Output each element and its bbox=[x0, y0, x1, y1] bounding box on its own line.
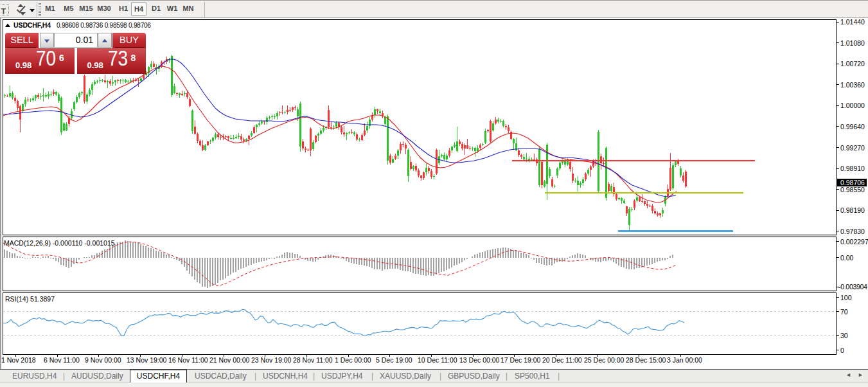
svg-text:100: 100 bbox=[840, 294, 852, 302]
svg-text:0.98550: 0.98550 bbox=[840, 186, 865, 194]
svg-text:MACD(12,26,9) -0.000110 -0.001: MACD(12,26,9) -0.000110 -0.001015 bbox=[4, 239, 115, 247]
svg-text:3 Jan 00:00: 3 Jan 00:00 bbox=[667, 356, 702, 364]
svg-text:1.00720: 1.00720 bbox=[840, 60, 865, 68]
svg-text:0.98910: 0.98910 bbox=[840, 165, 865, 172]
svg-text:25 Dec 00:00: 25 Dec 00:00 bbox=[584, 356, 624, 364]
svg-text:17 Dec 19:00: 17 Dec 19:00 bbox=[500, 356, 541, 364]
svg-text:USDCHF,H4: USDCHF,H4 bbox=[13, 21, 51, 29]
svg-text:0.98608 0.98736 0.98598 0.9870: 0.98608 0.98736 0.98598 0.98706 bbox=[57, 22, 151, 29]
svg-text:30: 30 bbox=[840, 332, 848, 339]
svg-text:10 Dec 11:00: 10 Dec 11:00 bbox=[418, 356, 457, 364]
svg-text:13 Nov 19:00: 13 Nov 19:00 bbox=[127, 356, 167, 364]
svg-text:0.002297: 0.002297 bbox=[840, 238, 868, 246]
svg-text:0.99640: 0.99640 bbox=[840, 123, 865, 130]
svg-text:28 Dec 15:00: 28 Dec 15:00 bbox=[626, 356, 666, 364]
svg-text:28 Nov 11:00: 28 Nov 11:00 bbox=[293, 356, 333, 364]
svg-text:-0.003904: -0.003904 bbox=[838, 283, 867, 291]
svg-text:1.00360: 1.00360 bbox=[840, 81, 865, 89]
svg-text:RSI(14) 51.3897: RSI(14) 51.3897 bbox=[5, 295, 55, 303]
svg-text:6 Nov 11:00: 6 Nov 11:00 bbox=[44, 356, 80, 364]
svg-text:0.00: 0.00 bbox=[840, 254, 854, 262]
svg-text:20 Dec 11:00: 20 Dec 11:00 bbox=[542, 356, 582, 364]
svg-text:23 Nov 19:00: 23 Nov 19:00 bbox=[251, 356, 292, 364]
svg-text:1.01440: 1.01440 bbox=[840, 18, 865, 26]
svg-text:9 Nov 00:00: 9 Nov 00:00 bbox=[85, 356, 121, 364]
svg-text:1 Nov 2018: 1 Nov 2018 bbox=[1, 356, 36, 364]
svg-text:0: 0 bbox=[840, 346, 844, 354]
svg-text:1 Dec 00:00: 1 Dec 00:00 bbox=[335, 356, 371, 364]
svg-text:1.01080: 1.01080 bbox=[840, 39, 865, 47]
svg-text:0.97830: 0.97830 bbox=[840, 228, 865, 235]
svg-text:0.98706: 0.98706 bbox=[840, 179, 865, 186]
svg-text:1.00000: 1.00000 bbox=[840, 102, 865, 109]
svg-text:21 Nov 00:00: 21 Nov 00:00 bbox=[209, 356, 250, 364]
svg-text:13 Dec 00:00: 13 Dec 00:00 bbox=[459, 356, 500, 364]
svg-text:0.98190: 0.98190 bbox=[840, 206, 865, 214]
svg-text:70: 70 bbox=[840, 308, 848, 316]
svg-text:16 Nov 11:00: 16 Nov 11:00 bbox=[168, 356, 208, 364]
svg-text:0.99270: 0.99270 bbox=[840, 144, 865, 152]
svg-text:5 Dec 19:00: 5 Dec 19:00 bbox=[376, 356, 412, 364]
